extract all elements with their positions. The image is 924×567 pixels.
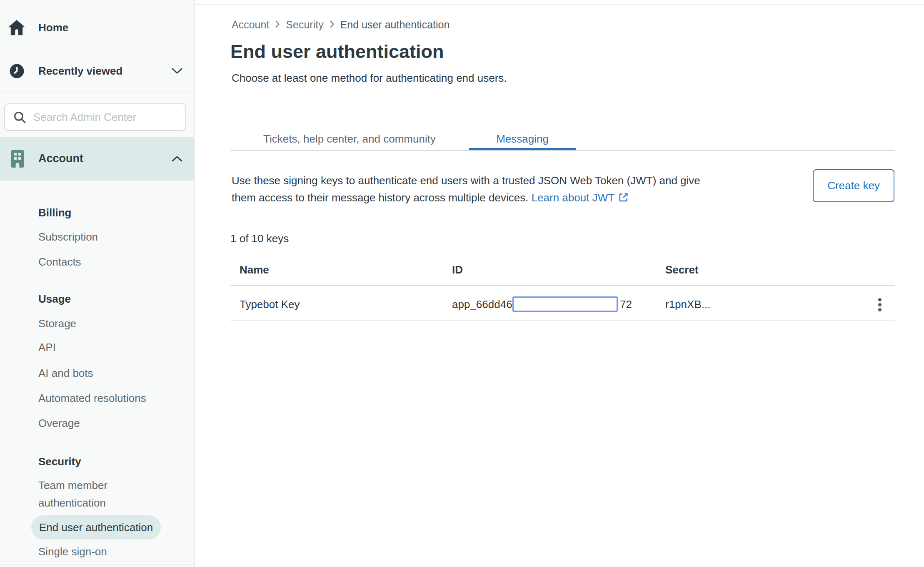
column-header-id: ID — [452, 263, 463, 276]
admin-search — [4, 103, 186, 131]
breadcrumb-security[interactable]: Security — [286, 19, 323, 31]
tab-tickets-help-center-community[interactable]: Tickets, help center, and community — [241, 127, 458, 151]
home-icon — [6, 19, 27, 36]
tab-label: Messaging — [496, 133, 549, 146]
sidebar-item-ai-and-bots[interactable]: AI and bots — [38, 365, 93, 381]
learn-about-jwt-link[interactable]: Learn about JWT — [532, 191, 614, 204]
breadcrumb-account[interactable]: Account — [232, 19, 269, 31]
chevron-up-icon — [172, 156, 182, 162]
sidebar-item-overage[interactable]: Overage — [38, 415, 80, 432]
chevron-right-icon — [330, 19, 335, 31]
sidebar-item-label: Recently viewed — [38, 65, 122, 78]
kebab-dot — [878, 298, 882, 301]
create-key-button[interactable]: Create key — [813, 169, 894, 202]
row-options-kebab-menu[interactable] — [874, 296, 885, 314]
sidebar-item-label: Account — [38, 152, 83, 165]
key-id-cell: app_66dd46 — [452, 298, 512, 311]
tab-messaging[interactable]: Messaging — [469, 127, 576, 151]
key-name-cell: Typebot Key — [240, 298, 300, 311]
sidebar-item-automated-resolutions[interactable]: Automated resolutions — [38, 390, 146, 406]
search-input[interactable] — [32, 110, 185, 124]
sidebar-item-contacts[interactable]: Contacts — [38, 253, 81, 270]
sidebar-item-account[interactable]: Account — [0, 137, 194, 181]
sidebar: Home Recently viewed — [0, 0, 195, 567]
sidebar-divider — [0, 93, 194, 93]
sidebar-item-subscription[interactable]: Subscription — [38, 228, 98, 245]
page-title: End user authentication — [230, 41, 444, 63]
kebab-dot — [878, 303, 882, 306]
keys-count: 1 of 10 keys — [230, 232, 289, 245]
sidebar-item-label: Home — [38, 21, 68, 34]
chevron-right-icon — [275, 19, 280, 31]
sidebar-section-usage: Usage — [38, 291, 71, 307]
table-header-divider — [230, 285, 895, 286]
description-line-2: them access to their message history acr… — [232, 189, 700, 208]
admin-center-page: Home Recently viewed — [0, 0, 924, 567]
kebab-dot — [878, 308, 882, 311]
sidebar-item-storage[interactable]: Storage — [38, 315, 76, 332]
tabs-divider — [230, 150, 895, 151]
breadcrumb-current: End user authentication — [340, 19, 450, 31]
key-secret-cell: r1pnXB... — [665, 298, 710, 311]
building-icon — [7, 149, 28, 168]
sidebar-section-security: Security — [38, 453, 81, 470]
sidebar-item-recently-viewed[interactable]: Recently viewed — [0, 57, 194, 85]
top-divider — [195, 4, 924, 5]
table-row-divider — [230, 320, 895, 321]
sidebar-item-api[interactable]: API — [38, 339, 56, 356]
tab-label: Tickets, help center, and community — [263, 133, 436, 146]
page-subtitle: Choose at least one method for authentic… — [232, 72, 507, 85]
external-link-icon — [618, 191, 629, 208]
main-content: Account Security End user authentication… — [195, 0, 924, 567]
id-focus-overlay-box — [512, 296, 618, 312]
sidebar-bottom-divider — [0, 564, 194, 565]
key-id-suffix: 72 — [620, 298, 632, 311]
column-header-secret: Secret — [665, 263, 699, 276]
breadcrumb: Account Security End user authentication — [232, 19, 450, 31]
sidebar-item-team-member-authentication[interactable]: Team member authentication — [38, 477, 163, 512]
sidebar-item-end-user-authentication[interactable]: End user authentication — [31, 515, 161, 539]
description-line-1: Use these signing keys to authenticate e… — [232, 172, 700, 189]
signing-keys-description: Use these signing keys to authenticate e… — [232, 172, 700, 208]
sidebar-item-single-sign-on[interactable]: Single sign-on — [38, 543, 107, 560]
sidebar-item-home[interactable]: Home — [0, 14, 194, 41]
search-icon — [12, 110, 27, 124]
clock-icon — [6, 63, 27, 79]
sidebar-section-billing: Billing — [38, 204, 71, 221]
chevron-down-icon — [172, 68, 182, 74]
column-header-name: Name — [240, 263, 269, 276]
